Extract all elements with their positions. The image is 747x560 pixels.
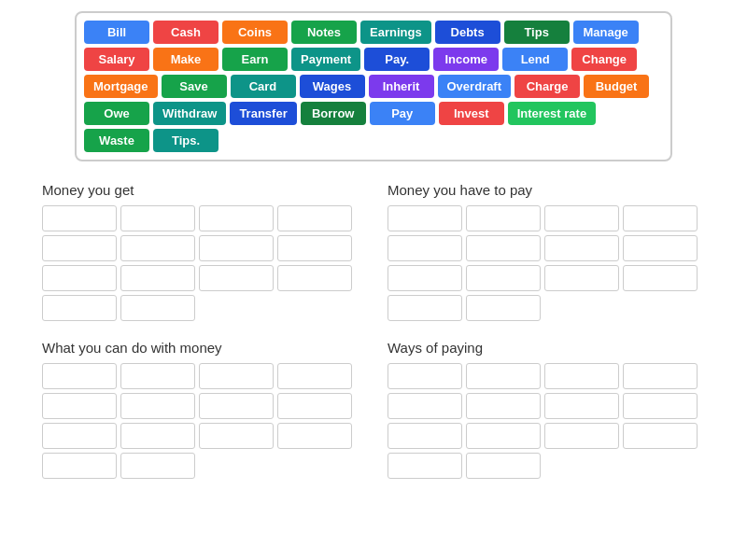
drop-cell[interactable] bbox=[466, 235, 541, 261]
drop-cell[interactable] bbox=[388, 453, 462, 479]
word-tile[interactable]: Make bbox=[153, 48, 218, 71]
drop-cell[interactable] bbox=[199, 363, 274, 389]
drop-cell[interactable] bbox=[544, 265, 619, 291]
word-tile[interactable]: Payment bbox=[291, 48, 360, 71]
word-tile[interactable]: Salary bbox=[84, 48, 149, 71]
word-tile[interactable]: Coins bbox=[222, 21, 288, 44]
word-tile[interactable]: Owe bbox=[84, 102, 149, 125]
word-tile[interactable]: Transfer bbox=[230, 102, 296, 125]
word-tile[interactable]: Tips. bbox=[153, 129, 218, 152]
word-tile[interactable]: Debts bbox=[435, 21, 500, 44]
word-tile[interactable]: Earn bbox=[222, 48, 288, 71]
drop-cell[interactable] bbox=[388, 265, 462, 291]
drop-cell[interactable] bbox=[623, 393, 698, 419]
drop-cell[interactable] bbox=[623, 205, 698, 231]
word-tile[interactable]: Save bbox=[162, 75, 227, 98]
drop-cell[interactable] bbox=[120, 363, 195, 389]
drop-cell[interactable] bbox=[120, 265, 195, 291]
word-tile[interactable]: Bill bbox=[84, 21, 149, 44]
drop-cell[interactable] bbox=[623, 265, 698, 291]
word-tile[interactable]: Card bbox=[231, 75, 296, 98]
drop-cell[interactable] bbox=[277, 363, 352, 389]
drop-cell[interactable] bbox=[199, 423, 274, 449]
drop-cell[interactable] bbox=[120, 453, 195, 479]
drop-cell[interactable] bbox=[199, 393, 274, 419]
word-tile[interactable]: Withdraw bbox=[153, 102, 226, 125]
drop-cell[interactable] bbox=[199, 235, 274, 261]
word-tile[interactable]: Cash bbox=[153, 21, 218, 44]
drop-cell[interactable] bbox=[120, 235, 195, 261]
drop-cell[interactable] bbox=[466, 295, 541, 321]
drop-cell[interactable] bbox=[42, 393, 117, 419]
word-tile[interactable]: Invest bbox=[439, 102, 504, 125]
drop-cell[interactable] bbox=[199, 205, 274, 231]
word-tile[interactable]: Overdraft bbox=[438, 75, 512, 98]
word-tile[interactable]: Borrow bbox=[301, 102, 366, 125]
drop-cell[interactable] bbox=[388, 235, 462, 261]
drop-cell[interactable] bbox=[42, 295, 117, 321]
drop-cell[interactable] bbox=[42, 453, 117, 479]
drop-cell[interactable] bbox=[466, 265, 541, 291]
drop-cell[interactable] bbox=[466, 205, 541, 231]
drop-cell[interactable] bbox=[544, 363, 619, 389]
drop-cell[interactable] bbox=[277, 393, 352, 419]
ways-of-paying-title: Ways of paying bbox=[388, 340, 705, 356]
drop-row bbox=[388, 235, 705, 261]
word-tile[interactable]: Tips bbox=[504, 21, 570, 44]
money-you-get-section: Money you get bbox=[28, 173, 374, 330]
drop-cell[interactable] bbox=[120, 393, 195, 419]
drop-cell[interactable] bbox=[544, 423, 619, 449]
word-tile[interactable]: Manage bbox=[573, 21, 639, 44]
word-tile[interactable]: Pay bbox=[370, 102, 435, 125]
word-tile[interactable]: Charge bbox=[514, 75, 580, 98]
money-you-pay-title: Money you have to pay bbox=[388, 182, 705, 198]
drop-cell[interactable] bbox=[623, 363, 698, 389]
drop-cell[interactable] bbox=[388, 423, 462, 449]
drop-cell[interactable] bbox=[388, 393, 462, 419]
word-tile[interactable]: Lend bbox=[502, 48, 568, 71]
drop-cell[interactable] bbox=[466, 393, 541, 419]
drop-cell[interactable] bbox=[42, 363, 117, 389]
word-tile[interactable]: Notes bbox=[291, 21, 357, 44]
word-tile[interactable]: Income bbox=[433, 48, 499, 71]
drop-cell[interactable] bbox=[623, 423, 698, 449]
drop-cell[interactable] bbox=[466, 423, 541, 449]
drop-cell[interactable] bbox=[277, 423, 352, 449]
drop-cell[interactable] bbox=[388, 205, 462, 231]
word-tile[interactable]: Waste bbox=[84, 129, 149, 152]
drop-cell[interactable] bbox=[42, 205, 117, 231]
drop-cell[interactable] bbox=[544, 235, 619, 261]
drop-cell[interactable] bbox=[120, 205, 195, 231]
word-tile[interactable]: Budget bbox=[584, 75, 649, 98]
drop-row bbox=[42, 393, 359, 419]
word-tile[interactable]: Earnings bbox=[360, 21, 431, 44]
drop-row bbox=[388, 393, 705, 419]
drop-cell[interactable] bbox=[544, 205, 619, 231]
drop-cell[interactable] bbox=[199, 265, 274, 291]
word-tile[interactable]: Mortgage bbox=[84, 75, 158, 98]
drop-cell[interactable] bbox=[388, 363, 462, 389]
word-tile[interactable]: Interest rate bbox=[508, 102, 596, 125]
word-tile[interactable]: Pay. bbox=[364, 48, 430, 71]
drop-cell[interactable] bbox=[466, 363, 541, 389]
drop-cell[interactable] bbox=[277, 265, 352, 291]
drop-row bbox=[388, 265, 705, 291]
word-tile[interactable]: Change bbox=[571, 48, 637, 71]
drop-cell[interactable] bbox=[277, 235, 352, 261]
drop-cell[interactable] bbox=[120, 295, 195, 321]
drop-cell[interactable] bbox=[120, 423, 195, 449]
drop-cell[interactable] bbox=[42, 423, 117, 449]
drop-cell[interactable] bbox=[466, 453, 541, 479]
drop-row bbox=[388, 423, 705, 449]
drop-cell[interactable] bbox=[42, 235, 117, 261]
drop-cell[interactable] bbox=[623, 235, 698, 261]
drop-row bbox=[42, 363, 359, 389]
word-tile[interactable]: Wages bbox=[300, 75, 365, 98]
drop-cell[interactable] bbox=[277, 205, 352, 231]
drop-cell[interactable] bbox=[544, 393, 619, 419]
what-you-can-do-grid bbox=[42, 363, 359, 479]
drop-cell[interactable] bbox=[42, 265, 117, 291]
word-tile[interactable]: Inherit bbox=[369, 75, 434, 98]
drop-cell[interactable] bbox=[388, 295, 462, 321]
drop-row bbox=[42, 423, 359, 449]
